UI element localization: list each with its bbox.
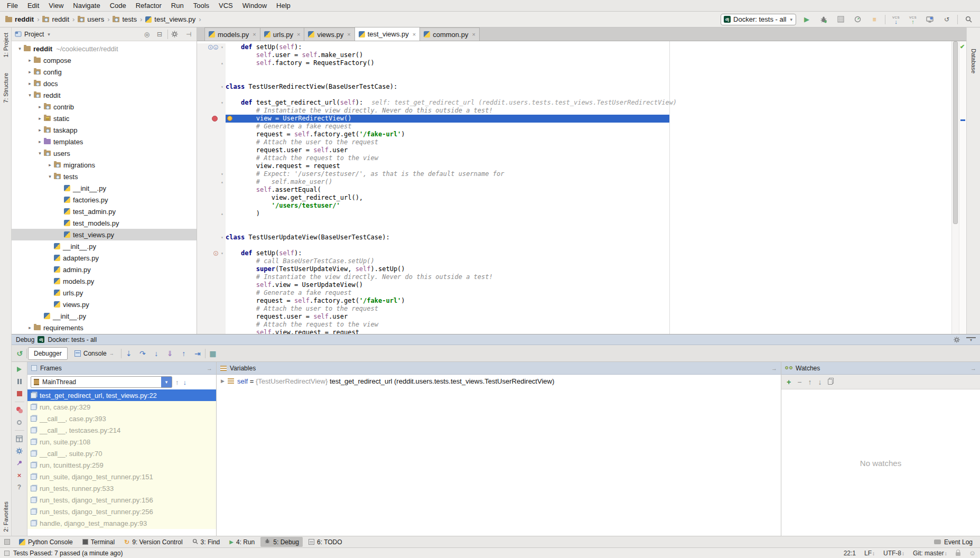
fold-marker-icon[interactable]: ▾	[219, 43, 226, 51]
frame-row[interactable]: run_tests, django_test_runner.py:156	[27, 494, 216, 506]
tree-item-templates[interactable]: ▸templates	[12, 136, 197, 147]
breadcrumb-item[interactable]: users	[78, 15, 104, 23]
editor-gutter[interactable]	[197, 273, 226, 281]
collapse-all-icon[interactable]: ⊟	[155, 31, 164, 38]
popup-arrow-icon[interactable]: →	[771, 365, 777, 371]
run-configuration-select[interactable]: dj Docker: tests - all ▾	[721, 14, 796, 25]
editor-body[interactable]: ↑↓▾ def setUp(self): self.user = self.ma…	[197, 41, 966, 334]
move-watch-up-icon[interactable]: ↑	[808, 378, 811, 386]
tree-collapsed-icon[interactable]: ▸	[26, 69, 34, 75]
editor-gutter[interactable]	[197, 162, 226, 170]
tree-item-test-views-py[interactable]: test_views.py	[12, 229, 197, 240]
tree-item-static[interactable]: ▸static	[12, 113, 197, 124]
close-tab-icon[interactable]: ×	[253, 31, 256, 38]
mute-breakpoints-icon[interactable]	[14, 417, 25, 427]
editor-gutter[interactable]	[197, 194, 226, 202]
toolwindow-switcher-icon[interactable]	[4, 539, 10, 545]
scrollbar-thumb[interactable]	[953, 41, 958, 224]
editor-gutter[interactable]	[197, 329, 226, 334]
editor-gutter[interactable]	[197, 67, 226, 75]
editor-scrollbar[interactable]	[951, 41, 959, 334]
breakpoint-icon[interactable]	[212, 116, 218, 122]
tree-collapsed-icon[interactable]: ▸	[26, 325, 34, 330]
tab-models-py[interactable]: models.py×	[204, 27, 260, 41]
menu-navigate[interactable]: Navigate	[68, 0, 105, 11]
close-tab-icon[interactable]: ×	[297, 31, 300, 38]
toolwindow-button-vcs[interactable]: ↻9: Version Control	[120, 537, 186, 547]
tree-expanded-icon[interactable]: ▾	[26, 92, 34, 98]
add-watch-icon[interactable]: +	[787, 378, 791, 386]
fold-marker-icon[interactable]: ▾	[219, 234, 226, 241]
editor-gutter[interactable]	[197, 75, 226, 83]
toolwindow-button-debug[interactable]: 5: Debug	[260, 537, 303, 547]
frame-row[interactable]: handle, django_test_manage.py:93	[27, 517, 216, 529]
toolwindow-button-find[interactable]: 3: Find	[189, 537, 224, 547]
editor-gutter[interactable]: ▾	[197, 170, 226, 178]
debug-tab-debugger[interactable]: Debugger	[28, 347, 68, 360]
toolwindow-button-todo[interactable]: 6: TODO	[305, 537, 346, 547]
stop-icon[interactable]	[14, 388, 25, 399]
menu-help[interactable]: Help	[272, 0, 295, 11]
lock-icon[interactable]	[956, 552, 960, 556]
editor-gutter[interactable]	[197, 305, 226, 313]
editor-gutter[interactable]: ▴	[197, 178, 226, 186]
tree-item-users[interactable]: ▾users	[12, 147, 197, 159]
chevron-down-icon[interactable]: ▾	[789, 17, 794, 22]
tree-item-test-models-py[interactable]: test_models.py	[12, 217, 197, 229]
toolwindow-tab-database[interactable]: Database	[970, 49, 977, 73]
event-log-label[interactable]: Event Log	[944, 538, 973, 546]
tree-collapsed-icon[interactable]: ▸	[36, 104, 44, 109]
tree-item-tests[interactable]: ▾tests	[12, 171, 197, 182]
breadcrumb-item[interactable]: test_views.py	[145, 15, 195, 23]
duplicate-watch-icon[interactable]	[828, 379, 833, 385]
editor-gutter[interactable]: ▴	[197, 59, 226, 67]
coverage-button[interactable]	[834, 14, 847, 25]
chevron-down-icon[interactable]: ▾	[161, 377, 172, 387]
frame-row[interactable]: run, tcunittest.py:259	[27, 459, 216, 471]
editor-gutter[interactable]	[197, 202, 226, 210]
remove-watch-icon[interactable]: −	[797, 378, 801, 386]
encoding-indicator[interactable]: UTF-8↕	[883, 550, 904, 557]
vcs-update-button[interactable]: VCS↓	[890, 14, 902, 25]
local-history-button[interactable]	[923, 14, 936, 25]
tree-collapsed-icon[interactable]: ▸	[26, 81, 34, 86]
editor-gutter[interactable]	[197, 154, 226, 162]
restore-layout-icon[interactable]	[14, 433, 25, 444]
tree-item-config[interactable]: ▸config	[12, 66, 197, 78]
evaluate-expression-icon[interactable]: ▦	[207, 347, 219, 360]
menu-edit[interactable]: Edit	[23, 0, 44, 11]
tree-item-reddit[interactable]: ▾reddit~/cookiecutter/reddit	[12, 43, 197, 54]
tree-collapsed-icon[interactable]: ▸	[36, 139, 44, 144]
editor-gutter[interactable]	[197, 186, 226, 194]
variable-row[interactable]: ▶ self = {TestUserRedirectView} test_get…	[217, 375, 781, 387]
intention-bulb-icon[interactable]	[227, 116, 232, 121]
tab-views-py[interactable]: views.py×	[304, 27, 354, 41]
frames-list[interactable]: test_get_redirect_url, test_views.py:22r…	[27, 389, 216, 536]
menu-code[interactable]: Code	[105, 0, 131, 11]
overridden-method-icon[interactable]: ↓	[213, 45, 218, 50]
step-over-icon[interactable]: ↷	[136, 347, 149, 360]
editor-gutter[interactable]	[197, 51, 226, 59]
tree-item-admin-py[interactable]: admin.py	[12, 264, 197, 275]
tree-collapsed-icon[interactable]: ▸	[26, 58, 34, 63]
rerun-icon[interactable]: ↺	[14, 348, 25, 359]
tree-item--init-py[interactable]: __init__.py	[12, 240, 197, 252]
debug-settings-gear-icon[interactable]	[14, 445, 25, 456]
editor-gutter[interactable]	[197, 146, 226, 154]
tree-expanded-icon[interactable]: ▾	[16, 46, 24, 51]
editor-gutter[interactable]	[197, 241, 226, 249]
show-execution-point-icon[interactable]: ⇣	[123, 347, 135, 360]
editor-gutter[interactable]	[197, 321, 226, 329]
breadcrumb-item[interactable]: reddit	[5, 15, 34, 23]
run-to-cursor-icon[interactable]: ⇥	[191, 347, 204, 360]
editor-gutter[interactable]	[197, 226, 226, 234]
toolwindow-tab-project[interactable]: 1: Project	[3, 33, 9, 57]
search-everywhere-icon[interactable]	[962, 14, 975, 25]
revert-button[interactable]: ↺	[940, 14, 953, 25]
thread-select[interactable]: MainThread ▾	[31, 376, 172, 388]
frame-row[interactable]: run_tests, django_test_runner.py:256	[27, 506, 216, 517]
menu-file[interactable]: File	[2, 0, 23, 11]
frame-row[interactable]: test_get_redirect_url, test_views.py:22	[27, 389, 216, 401]
editor-gutter[interactable]	[197, 131, 226, 138]
tree-item-taskapp[interactable]: ▸taskapp	[12, 124, 197, 136]
